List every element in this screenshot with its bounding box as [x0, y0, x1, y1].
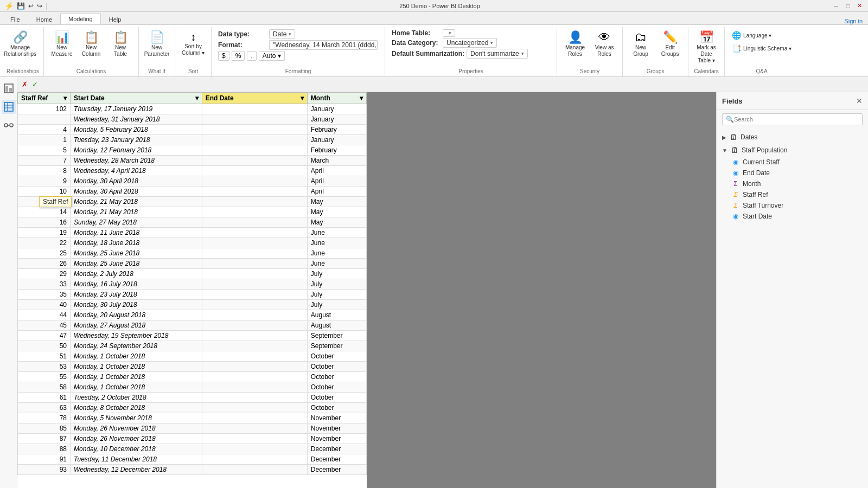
linguistic-schema-button[interactable]: 📑 Linguistic Schema ▾: [729, 42, 794, 54]
new-table-button[interactable]: 📋 New Table: [107, 29, 134, 62]
staff-population-group-header[interactable]: ▼ 🗓 Staff Population: [717, 144, 868, 157]
table-row: 45 Monday, 27 August 2018 August: [18, 320, 367, 331]
col-header-start-date-label: Start Date: [74, 94, 105, 102]
col-header-staff-ref-dropdown[interactable]: ▾: [63, 94, 67, 102]
cell-start-date: Monday, 25 June 2018: [71, 259, 202, 269]
sidebar-data-icon[interactable]: [2, 100, 16, 114]
cell-start-date: Wednesday, 12 December 2018: [71, 465, 202, 475]
manage-relationships-button[interactable]: 🔗 Manage Relationships: [7, 29, 34, 62]
currency-button[interactable]: $: [218, 51, 229, 61]
col-header-month[interactable]: Month ▾: [307, 93, 366, 104]
field-item-month[interactable]: Σ Month: [717, 178, 868, 189]
table-row: 25 Monday, 25 June 2018 June: [18, 248, 367, 259]
new-measure-label: New Measure: [50, 44, 74, 57]
cell-start-date: Monday, 26 November 2018: [71, 434, 202, 444]
table-row: 4 Monday, 5 February 2018 February: [18, 125, 367, 135]
cell-month: October: [307, 393, 366, 403]
cell-end-date: [202, 259, 307, 269]
cell-start-date: Tuesday, 23 January 2018: [71, 135, 202, 145]
auto-format-button[interactable]: Auto ▾: [259, 51, 285, 61]
save-icon[interactable]: 💾: [17, 2, 25, 10]
home-table-label: Home Table:: [392, 29, 441, 37]
ribbon-group-hometable: Home Table: ▾ Data Category: Uncategoriz…: [385, 27, 557, 76]
field-item-staff-turnover[interactable]: Σ Staff Turnover: [717, 200, 868, 211]
new-group-button[interactable]: 🗂 New Group: [627, 29, 654, 62]
format-value[interactable]: "Wednesday, 14 March 2001 (dddd, d MMMM …: [269, 40, 378, 50]
field-item-staff-ref[interactable]: Σ Staff Ref: [717, 189, 868, 200]
sidebar-relationships-icon[interactable]: [2, 118, 16, 132]
data-type-value[interactable]: Date ▾: [269, 29, 295, 39]
cell-staff-ref: 88: [18, 444, 71, 454]
search-input[interactable]: [734, 116, 859, 123]
language-button[interactable]: 🌐 Language ▾: [729, 29, 774, 41]
field-item-current-staff[interactable]: ◉ Current Staff: [717, 157, 868, 168]
field-item-end-date[interactable]: ◉ End Date: [717, 168, 868, 178]
close-button[interactable]: ✕: [856, 2, 864, 10]
cell-staff-ref: 1: [18, 135, 71, 145]
cell-start-date: Wednesday, 31 January 2018: [71, 114, 202, 125]
ribbon-group-calculations-content: 📊 New Measure 📋 New Column 📋 New Table: [48, 28, 134, 67]
table-scroll[interactable]: Staff Ref ▾ Start Date ▾: [17, 92, 367, 488]
default-summarization-chevron: ▾: [521, 51, 524, 56]
tab-modeling[interactable]: Modeling: [60, 14, 101, 24]
cell-start-date: Monday, 18 June 2018: [71, 238, 202, 248]
home-table-value[interactable]: ▾: [443, 29, 455, 37]
cell-end-date: [202, 372, 307, 382]
cell-start-date: Monday, 11 June 2018: [71, 228, 202, 238]
table-row: 16 Sunday, 27 May 2018 May: [18, 217, 367, 228]
col-header-start-date[interactable]: Start Date ▾: [71, 93, 202, 104]
new-measure-button[interactable]: 📊 New Measure: [48, 29, 75, 62]
cell-end-date: [202, 362, 307, 372]
sign-in-button[interactable]: Sign in: [844, 18, 863, 24]
manage-roles-button[interactable]: 👤 Manage Roles: [561, 29, 589, 62]
confirm-button[interactable]: ✓: [32, 80, 38, 88]
ribbon-group-calculations-label: Calculations: [48, 67, 134, 75]
percent-button[interactable]: %: [232, 51, 245, 61]
comma-button[interactable]: ,: [247, 51, 256, 61]
table-row: 91 Tuesday, 11 December 2018 December: [18, 454, 367, 465]
col-header-end-date-dropdown[interactable]: ▾: [301, 94, 304, 102]
minimize-button[interactable]: ─: [832, 2, 840, 10]
cell-start-date: Tuesday, 2 October 2018: [71, 393, 202, 403]
dates-group-header[interactable]: ▶ 🗓 Dates: [717, 131, 868, 144]
manage-roles-label: Manage Roles: [563, 44, 587, 57]
view-as-roles-button[interactable]: 👁 View as Roles: [591, 29, 618, 62]
restore-button[interactable]: □: [844, 2, 852, 10]
default-summarization-value[interactable]: Don't summarize ▾: [467, 49, 528, 59]
svg-rect-2: [9, 88, 12, 92]
tab-home[interactable]: Home: [28, 14, 60, 24]
app-icon: ⚡: [4, 2, 14, 10]
cancel-button[interactable]: ✗: [22, 80, 28, 88]
sort-by-column-button[interactable]: ↕ Sort by Column ▾: [180, 29, 207, 62]
sort-by-column-label: Sort by Column ▾: [181, 43, 205, 56]
window-controls: ─ □ ✕: [832, 2, 864, 10]
cell-staff-ref: 51: [18, 351, 71, 362]
tab-help[interactable]: Help: [101, 14, 130, 24]
field-item-start-date[interactable]: ◉ Start Date: [717, 211, 868, 222]
col-header-end-date[interactable]: End Date ▾: [202, 93, 307, 104]
new-column-button[interactable]: 📋 New Column: [78, 29, 105, 62]
sidebar-report-icon[interactable]: [2, 81, 16, 95]
format-text: "Wednesday, 14 March 2001 (dddd, d MMMM …: [273, 41, 378, 49]
cell-start-date: Monday, 30 April 2018: [71, 187, 202, 197]
cell-start-date: Monday, 30 July 2018: [71, 300, 202, 310]
col-header-start-date-dropdown[interactable]: ▾: [195, 94, 199, 102]
ribbon-group-calculations: 📊 New Measure 📋 New Column 📋 New Table C…: [44, 27, 139, 76]
ribbon: 🔗 Manage Relationships Relationships 📊 N…: [0, 25, 868, 77]
col-header-staff-ref[interactable]: Staff Ref ▾: [18, 93, 71, 104]
mark-as-date-table-button[interactable]: 📅 Mark as Date Table ▾: [693, 29, 720, 66]
fields-panel-close[interactable]: ✕: [856, 97, 863, 105]
cell-staff-ref: 33: [18, 279, 71, 290]
cell-staff-ref: 10: [18, 187, 71, 197]
redo-icon[interactable]: ↪: [37, 2, 42, 10]
format-buttons-row: $ % , Auto ▾: [218, 51, 378, 61]
new-parameter-button[interactable]: 📄 New Parameter: [143, 29, 170, 62]
cell-staff-ref: 9: [18, 176, 71, 187]
undo-icon[interactable]: ↩: [28, 2, 34, 10]
edit-groups-button[interactable]: ✏️ Edit Groups: [656, 29, 684, 62]
cell-start-date: Monday, 21 May 2018: [71, 207, 202, 217]
data-category-value[interactable]: Uncategorized ▾: [443, 38, 497, 48]
language-label: Language ▾: [743, 33, 771, 38]
col-header-month-dropdown[interactable]: ▾: [360, 94, 363, 102]
tab-file[interactable]: File: [2, 14, 28, 24]
